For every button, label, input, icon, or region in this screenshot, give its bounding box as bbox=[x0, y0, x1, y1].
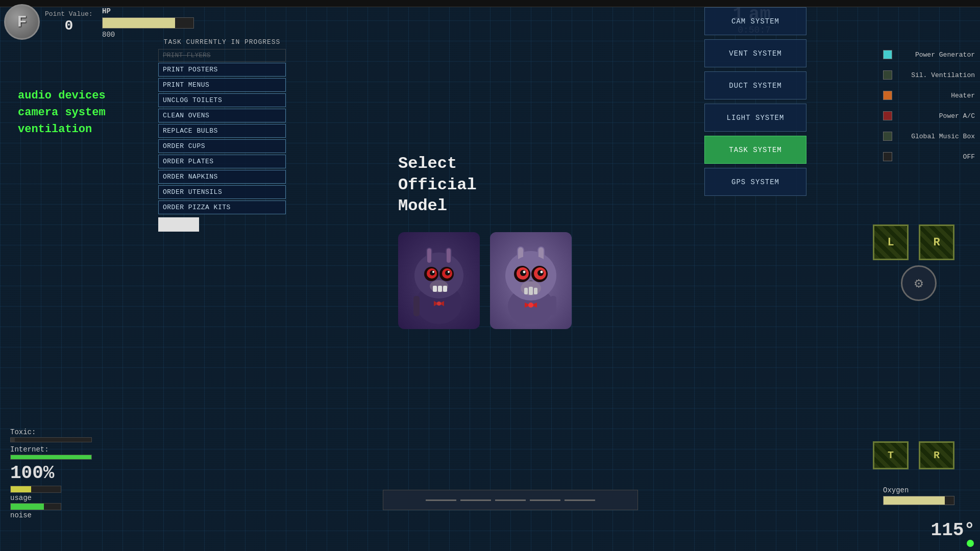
bar-line bbox=[530, 499, 560, 501]
task-item[interactable]: ORDER CUPS bbox=[158, 139, 286, 153]
withered-svg bbox=[495, 237, 567, 324]
bar-line bbox=[495, 499, 526, 501]
toxic-label: Toxic: bbox=[10, 428, 112, 436]
svg-rect-42 bbox=[534, 288, 537, 294]
internet-bar bbox=[10, 455, 92, 460]
oxygen-bar bbox=[883, 496, 954, 505]
point-value: 0 bbox=[45, 18, 93, 34]
task-item[interactable]: ORDER PLATES bbox=[158, 155, 286, 168]
svg-rect-17 bbox=[438, 286, 442, 292]
power-label-musicbox: Global Music Box bbox=[895, 133, 975, 140]
left-label-audio: audio devices bbox=[18, 89, 106, 102]
character-bonnie[interactable] bbox=[398, 232, 480, 329]
light-system-button[interactable]: LIGHT SYSTEM bbox=[704, 104, 806, 132]
bonnie-svg bbox=[403, 237, 475, 324]
noise-bar-fill bbox=[11, 504, 44, 510]
coin-icon: F bbox=[4, 4, 40, 40]
svg-point-45 bbox=[528, 303, 533, 308]
task-item[interactable]: UNCLOG TOILETS bbox=[158, 93, 286, 107]
svg-point-13 bbox=[448, 271, 450, 273]
power-indicator-generator bbox=[883, 50, 892, 59]
left-button[interactable]: L bbox=[873, 224, 909, 260]
duct-system-button[interactable]: DUCT SYSTEM bbox=[704, 71, 806, 99]
hp-label: HP bbox=[102, 7, 194, 15]
right-button[interactable]: R bbox=[919, 224, 954, 260]
power-item-heater[interactable]: Heater bbox=[883, 87, 975, 104]
point-display: Point Value: 0 bbox=[45, 10, 93, 34]
svg-rect-18 bbox=[443, 286, 447, 292]
left-labels: audio devices camera system ventilation bbox=[18, 89, 106, 140]
toxic-bar-fill bbox=[11, 438, 15, 442]
toxic-bar bbox=[10, 437, 92, 442]
right-system-panel: CAM SYSTEM VENT SYSTEM DUCT SYSTEM LIGHT… bbox=[704, 7, 806, 196]
point-label: Point Value: bbox=[45, 10, 93, 18]
bar-line bbox=[565, 499, 595, 501]
tr-buttons: T R bbox=[873, 441, 954, 469]
top-bar bbox=[0, 0, 980, 7]
select-model-text: SelectOfficialModel bbox=[398, 153, 477, 217]
task-panel: TASK CURRENTLY IN PROGRESS PRINT FLYERS … bbox=[158, 38, 286, 232]
hp-bar-fill bbox=[103, 18, 175, 28]
r-button[interactable]: R bbox=[919, 441, 954, 469]
gps-system-button[interactable]: GPS SYSTEM bbox=[704, 168, 806, 196]
power-indicator-heater bbox=[883, 91, 892, 100]
svg-point-37 bbox=[541, 270, 543, 273]
noise-bar bbox=[10, 503, 61, 510]
svg-point-11 bbox=[445, 270, 450, 276]
hp-bar-background bbox=[102, 17, 194, 29]
fan-icon[interactable]: ⚙ bbox=[901, 265, 937, 301]
svg-rect-16 bbox=[433, 286, 437, 292]
power-label-heater: Heater bbox=[895, 92, 975, 99]
task-item[interactable]: PRINT POSTERS bbox=[158, 63, 286, 77]
power-item-musicbox[interactable]: Global Music Box bbox=[883, 128, 975, 145]
power-label-generator: Power Generator bbox=[895, 51, 975, 59]
power-item-generator[interactable]: Power Generator bbox=[883, 46, 975, 63]
cam-system-button[interactable]: CAM SYSTEM bbox=[704, 7, 806, 35]
power-label-off: OFF bbox=[895, 153, 975, 161]
usage-bar bbox=[10, 486, 61, 493]
center-area: SelectOfficialModel bbox=[357, 153, 612, 329]
hp-value: 800 bbox=[102, 31, 194, 39]
task-item-active: PRINT FLYERS bbox=[158, 49, 286, 62]
hp-area: HP 800 bbox=[102, 7, 194, 39]
task-item[interactable]: ORDER NAPKINS bbox=[158, 170, 286, 184]
power-indicator-ac bbox=[883, 111, 892, 120]
lr-buttons: L R bbox=[873, 224, 954, 260]
svg-point-36 bbox=[523, 270, 526, 273]
task-item[interactable]: PRINT MENUS bbox=[158, 78, 286, 92]
svg-point-34 bbox=[520, 270, 526, 276]
svg-point-10 bbox=[430, 270, 435, 276]
usage-label: usage bbox=[10, 494, 112, 502]
svg-rect-5 bbox=[447, 248, 451, 263]
task-system-button[interactable]: TASK SYSTEM bbox=[704, 136, 806, 164]
left-label-ventilation: ventilation bbox=[18, 123, 106, 136]
internet-percent: 100% bbox=[10, 463, 112, 484]
power-item-ac[interactable]: Power A/C bbox=[883, 107, 975, 124]
task-item[interactable]: CLEAN OVENS bbox=[158, 109, 286, 122]
vent-system-button[interactable]: VENT SYSTEM bbox=[704, 39, 806, 67]
task-select-box[interactable] bbox=[158, 217, 199, 232]
power-panel: Power Generator Sil. Ventilation Heater … bbox=[883, 46, 975, 165]
power-item-ventilation[interactable]: Sil. Ventilation bbox=[883, 66, 975, 84]
character-withered[interactable] bbox=[490, 232, 572, 329]
svg-rect-41 bbox=[529, 287, 533, 295]
task-item[interactable]: ORDER UTENSILS bbox=[158, 185, 286, 199]
bottom-left-stats: Toxic: Internet: 100% usage noise bbox=[10, 428, 112, 520]
power-item-off[interactable]: OFF bbox=[883, 148, 975, 165]
usage-bar-fill bbox=[11, 486, 31, 492]
oxygen-bar-fill bbox=[884, 496, 945, 505]
task-item[interactable]: REPLACE BULBS bbox=[158, 124, 286, 138]
t-button[interactable]: T bbox=[873, 441, 909, 469]
left-label-camera: camera system bbox=[18, 106, 106, 119]
bar-line bbox=[460, 499, 491, 501]
svg-rect-40 bbox=[524, 288, 528, 294]
oxygen-label: Oxygen bbox=[883, 486, 975, 494]
svg-point-12 bbox=[432, 271, 434, 273]
svg-rect-4 bbox=[427, 248, 431, 263]
task-item[interactable]: ORDER PIZZA KITS bbox=[158, 201, 286, 214]
oxygen-area: Oxygen bbox=[883, 486, 975, 505]
power-label-ac: Power A/C bbox=[895, 112, 975, 120]
coin-area: F Point Value: 0 bbox=[4, 4, 93, 40]
svg-point-21 bbox=[437, 302, 441, 306]
svg-point-35 bbox=[537, 270, 544, 276]
